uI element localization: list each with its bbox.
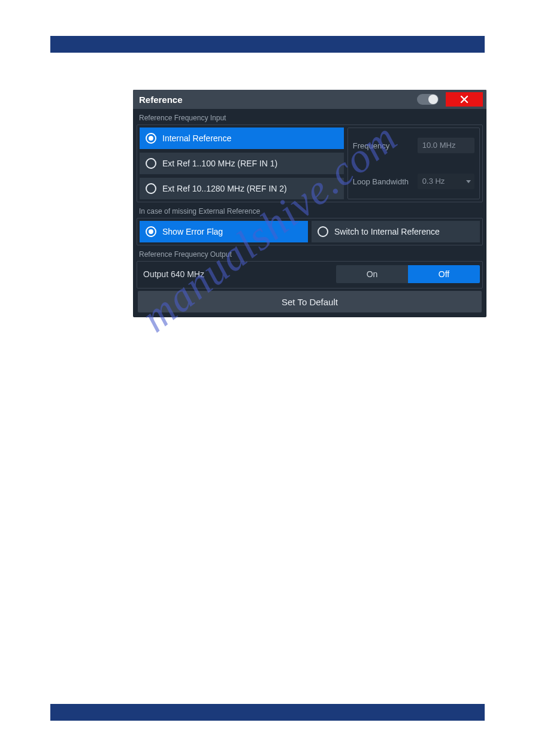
close-button[interactable]: [446, 92, 483, 107]
radio-icon: [146, 226, 156, 237]
radio-label: Ext Ref 1..100 MHz (REF IN 1): [162, 159, 277, 168]
titlebar: Reference: [133, 90, 486, 109]
panel-body: Reference Frequency Input Internal Refer…: [133, 109, 486, 317]
page-footer-banner: [50, 704, 485, 721]
input-section-label: Reference Frequency Input: [137, 111, 483, 125]
close-icon: [460, 95, 468, 104]
output-640-label: Output 640 MHz: [143, 269, 331, 279]
radio-icon: [146, 133, 156, 144]
frequency-input[interactable]: 10.0 MHz: [418, 138, 474, 153]
radio-ext-ref-1[interactable]: Ext Ref 1..100 MHz (REF IN 1): [140, 153, 344, 174]
radio-label: Internal Reference: [162, 133, 231, 143]
frequency-label: Frequency: [353, 141, 414, 150]
reference-panel: Reference Reference Frequency Input Inte…: [133, 90, 486, 317]
panel-title: Reference: [139, 95, 183, 105]
output-section-label: Reference Frequency Output: [137, 248, 483, 261]
radio-label: Show Error Flag: [162, 227, 223, 236]
radio-internal-reference[interactable]: Internal Reference: [140, 127, 344, 149]
missing-ref-label: In case of missing External Reference: [137, 205, 483, 218]
toggle-knob-icon: [428, 95, 438, 104]
reference-input-group: Internal Reference Ext Ref 1..100 MHz (R…: [137, 125, 483, 202]
loop-bandwidth-select[interactable]: 0.3 Hz: [418, 174, 474, 189]
chevron-down-icon: [466, 180, 471, 183]
loop-bandwidth-row: Loop Bandwidth 0.3 Hz: [353, 174, 474, 189]
radio-icon: [146, 158, 156, 169]
output-on-button[interactable]: On: [336, 265, 408, 283]
output-toggle: On Off: [336, 265, 480, 283]
loop-bandwidth-value: 0.3 Hz: [422, 177, 445, 186]
radio-label: Ext Ref 10..1280 MHz (REF IN 2): [162, 184, 287, 193]
radio-switch-internal[interactable]: Switch to Internal Reference: [312, 221, 480, 242]
radio-label: Switch to Internal Reference: [334, 227, 440, 236]
radio-icon: [318, 226, 328, 237]
set-to-default-button[interactable]: Set To Default: [138, 291, 482, 312]
pin-toggle[interactable]: [417, 94, 439, 105]
radio-show-error-flag[interactable]: Show Error Flag: [140, 221, 308, 242]
frequency-row: Frequency 10.0 MHz: [353, 138, 474, 153]
loop-bandwidth-label: Loop Bandwidth: [353, 177, 414, 186]
output-row: Output 640 MHz On Off: [137, 261, 483, 289]
missing-ref-group: Show Error Flag Switch to Internal Refer…: [137, 218, 483, 245]
output-off-button[interactable]: Off: [408, 265, 480, 283]
radio-ext-ref-2[interactable]: Ext Ref 10..1280 MHz (REF IN 2): [140, 178, 344, 199]
reference-params: Frequency 10.0 MHz Loop Bandwidth 0.3 Hz: [347, 127, 480, 199]
reference-source-radios: Internal Reference Ext Ref 1..100 MHz (R…: [140, 127, 344, 199]
page-header-banner: [50, 36, 485, 53]
radio-icon: [146, 183, 156, 194]
